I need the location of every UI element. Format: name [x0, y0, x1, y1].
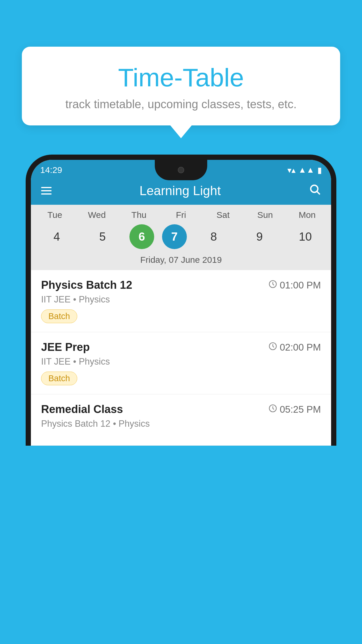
time-text-2: 02:00 PM	[280, 342, 321, 353]
date-5[interactable]: 5	[84, 224, 122, 249]
wifi-icon: ▾▴	[287, 165, 296, 175]
date-10[interactable]: 10	[286, 224, 324, 249]
date-8[interactable]: 8	[195, 224, 233, 249]
date-4[interactable]: 4	[38, 224, 76, 249]
bubble-subtitle: track timetable, upcoming classes, tests…	[39, 98, 323, 111]
camera-dot	[178, 167, 184, 173]
battery-icon: ▮	[317, 165, 322, 175]
day-header-sat[interactable]: Sat	[204, 210, 242, 220]
speech-bubble: Time-Table track timetable, upcoming cla…	[22, 47, 340, 125]
hamburger-menu-icon[interactable]	[41, 187, 52, 195]
day-numbers: 4 5 6 7 8 9 10	[31, 223, 331, 252]
class-name-3: Remedial Class	[41, 403, 123, 416]
day-headers: Tue Wed Thu Fri Sat Sun Mon	[31, 210, 331, 223]
class-name-2: JEE Prep	[41, 341, 90, 354]
day-header-tue[interactable]: Tue	[36, 210, 74, 220]
class-meta-2: IIT JEE • Physics	[41, 356, 321, 367]
batch-badge-2: Batch	[41, 372, 77, 385]
phone-outer: 14:29 ▾▴ ▲▲ ▮ Learning Light	[26, 155, 336, 446]
class-item-1[interactable]: Physics Batch 12 01:00 PM IIT JEE • P	[31, 270, 331, 332]
clock-icon-3	[268, 404, 277, 415]
day-header-sun[interactable]: Sun	[246, 210, 284, 220]
class-time-2: 02:00 PM	[268, 342, 321, 353]
time-text-1: 01:00 PM	[280, 280, 321, 291]
class-item-3[interactable]: Remedial Class 05:25 PM Physics Batch	[31, 394, 331, 446]
signal-icon: ▲▲	[298, 165, 314, 175]
classes-list: Physics Batch 12 01:00 PM IIT JEE • P	[31, 270, 331, 446]
class-header-3: Remedial Class 05:25 PM	[41, 403, 321, 416]
class-meta-3: Physics Batch 12 • Physics	[41, 419, 321, 429]
class-name-1: Physics Batch 12	[41, 279, 132, 291]
day-header-mon[interactable]: Mon	[288, 210, 326, 220]
class-item-2[interactable]: JEE Prep 02:00 PM IIT JEE • Physics	[31, 332, 331, 394]
day-header-thu[interactable]: Thu	[120, 210, 158, 220]
status-icons: ▾▴ ▲▲ ▮	[287, 165, 322, 175]
svg-point-0	[311, 185, 318, 192]
class-header-1: Physics Batch 12 01:00 PM	[41, 279, 321, 291]
date-6-today[interactable]: 6	[129, 224, 154, 249]
time-text-3: 05:25 PM	[280, 404, 321, 415]
bubble-title: Time-Table	[39, 63, 323, 92]
selected-date-label: Friday, 07 June 2019	[31, 252, 331, 270]
class-meta-1: IIT JEE • Physics	[41, 294, 321, 305]
class-time-3: 05:25 PM	[268, 404, 321, 415]
class-header-2: JEE Prep 02:00 PM	[41, 341, 321, 354]
phone-notch	[155, 160, 207, 180]
class-time-1: 01:00 PM	[268, 279, 321, 291]
phone-screen: Learning Light Tue Wed Thu Fri Sat Sun	[31, 160, 331, 446]
search-icon[interactable]	[309, 183, 321, 198]
status-time: 14:29	[40, 165, 62, 175]
app-title: Learning Light	[140, 183, 221, 198]
day-header-fri[interactable]: Fri	[162, 210, 200, 220]
date-7-selected[interactable]: 7	[162, 224, 187, 249]
clock-icon-2	[268, 342, 277, 353]
batch-badge-1: Batch	[41, 309, 77, 323]
phone-wrapper: 14:29 ▾▴ ▲▲ ▮ Learning Light	[26, 155, 336, 644]
day-header-wed[interactable]: Wed	[78, 210, 116, 220]
svg-line-1	[317, 192, 320, 195]
date-9[interactable]: 9	[240, 224, 278, 249]
clock-icon-1	[268, 279, 277, 291]
calendar-section: Tue Wed Thu Fri Sat Sun Mon 4 5 6 7 8 9 …	[31, 205, 331, 270]
